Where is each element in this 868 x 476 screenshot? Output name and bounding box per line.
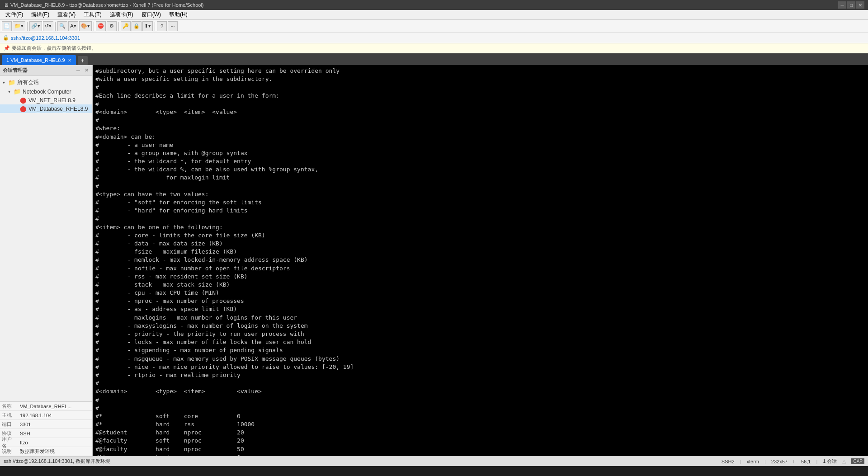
connect-button[interactable]: 🔗▾	[29, 21, 42, 31]
address-text: ssh://ttzo@192.168.1.104:3301	[11, 35, 80, 41]
toolbar-sep-1	[27, 22, 28, 31]
add-tab-button[interactable]: +	[78, 56, 88, 65]
info-row-host: 主机 192.168.1.104	[0, 411, 92, 420]
tab-label: 1 VM_Database_RHEL8.9	[6, 57, 65, 63]
menu-edit[interactable]: 编辑(E)	[28, 10, 53, 19]
status-connection: ssh://ttzo@192.168.1.104:3301, 数据库开发环境	[4, 458, 110, 465]
status-sep-3: Γ	[793, 459, 796, 464]
close-button[interactable]: ✕	[856, 1, 864, 9]
terminal[interactable]: #subdirectory, but a user specific setti…	[93, 65, 868, 456]
info-label-name: 名称	[0, 403, 18, 410]
tree-label-vm-net: VM_NET_RHEL8.9	[28, 97, 75, 104]
title-bar-left: 🖥 VM_Database_RHEL8.9 - ttzo@Database:/h…	[4, 2, 204, 8]
menu-tools[interactable]: 工具(T)	[80, 10, 105, 19]
toolbar-sep-5	[155, 22, 155, 31]
sidebar-minimize-button[interactable]: ─	[75, 67, 81, 74]
info-value-name: VM_Database_RHEL...	[18, 404, 92, 409]
status-protocol: SSH2	[722, 459, 735, 464]
tree-item-vm-db[interactable]: ⬤ VM_Database_RHEL8.9	[0, 104, 92, 113]
tree-arrow-all: ▾	[3, 80, 8, 85]
search-button[interactable]: 🔍	[57, 21, 67, 31]
cap-indicator: CAP	[851, 458, 864, 464]
red-dot-icon-vm-net: ⬤	[20, 97, 27, 104]
extra-button[interactable]: ···	[168, 21, 178, 31]
maximize-button[interactable]: □	[847, 1, 855, 9]
info-row-desc: 说明 数据库开发环境	[0, 447, 92, 456]
window-title: VM_Database_RHEL8.9 - ttzo@Database:/hom…	[10, 2, 204, 8]
tree-item-vm-net[interactable]: ⬤ VM_NET_RHEL8.9	[0, 96, 92, 104]
status-bar: ssh://ttzo@192.168.1.104:3301, 数据库开发环境 S…	[0, 456, 868, 466]
status-cursor: 56,1	[801, 459, 811, 464]
info-value-protocol: SSH	[18, 431, 92, 436]
info-row-port: 端口 3301	[0, 420, 92, 429]
hint-text: 要添加前会话，点击左侧的箭头按钮。	[12, 45, 96, 52]
sidebar: 会话管理器 ─ ✕ ▾ 📁 所有会话 ▾ 📁 Notebook Computer	[0, 65, 93, 456]
color-button[interactable]: 🎨▾	[79, 21, 92, 31]
hint-bar: 📌 要添加前会话，点击左侧的箭头按钮。	[0, 43, 868, 53]
status-sep-2: |	[764, 459, 766, 464]
lock-icon: 🔒	[3, 35, 9, 41]
sidebar-header-controls: ─ ✕	[75, 67, 90, 74]
menu-bar: 文件(F) 编辑(E) 查看(V) 工具(T) 选项卡(B) 窗口(W) 帮助(…	[0, 10, 868, 20]
new-session-button[interactable]: 📄	[2, 21, 12, 31]
title-bar: 🖥 VM_Database_RHEL8.9 - ttzo@Database:/h…	[0, 0, 868, 10]
tab-bar: 1 VM_Database_RHEL8.9 ✕ +	[0, 53, 868, 65]
toolbar-sep-2	[55, 22, 56, 31]
info-value-host: 192.168.1.104	[18, 413, 92, 418]
status-sep-5: △	[842, 458, 846, 464]
info-panel: 名称 VM_Database_RHEL... 主机 192.168.1.104 …	[0, 401, 92, 456]
menu-window[interactable]: 窗口(W)	[138, 10, 165, 19]
terminal-content: #subdirectory, but a user specific setti…	[95, 67, 865, 456]
info-label-port: 端口	[0, 421, 18, 428]
main-area: 会话管理器 ─ ✕ ▾ 📁 所有会话 ▾ 📁 Notebook Computer	[0, 65, 868, 456]
tree-label-notebook: Notebook Computer	[23, 89, 71, 95]
hint-icon: 📌	[4, 45, 10, 51]
status-terminal: xterm	[746, 459, 759, 464]
lock-button[interactable]: 🔒	[132, 21, 142, 31]
folder-icon-notebook: 📁	[14, 88, 21, 95]
menu-view[interactable]: 查看(V)	[54, 10, 79, 19]
active-tab[interactable]: 1 VM_Database_RHEL8.9 ✕	[2, 55, 76, 65]
app-icon: 🖥	[4, 2, 9, 8]
tree-label-vm-db: VM_Database_RHEL8.9	[28, 106, 88, 112]
info-label-host: 主机	[0, 412, 18, 419]
sidebar-header: 会话管理器 ─ ✕	[0, 65, 92, 76]
open-button[interactable]: 📁▾	[13, 21, 25, 31]
stop-button[interactable]: ⛔	[96, 21, 106, 31]
folder-icon-all: 📁	[8, 79, 15, 86]
status-bar-right: SSH2 | xterm | 232x57 Γ 56,1 | 1 会话 △ CA…	[722, 458, 864, 465]
menu-help[interactable]: 帮助(H)	[165, 10, 191, 19]
font-button[interactable]: A▾	[68, 21, 78, 31]
sidebar-title: 会话管理器	[3, 67, 28, 74]
info-row-user: 用户名 ttzo	[0, 438, 92, 447]
sidebar-tree: ▾ 📁 所有会话 ▾ 📁 Notebook Computer ⬤ VM_NET_…	[0, 76, 92, 401]
info-label-user: 用户名	[0, 436, 18, 449]
minimize-button[interactable]: ─	[838, 1, 846, 9]
tree-label-all-sessions: 所有会话	[17, 79, 39, 86]
address-bar: 🔒 ssh://ttzo@192.168.1.104:3301	[0, 33, 868, 43]
status-sep-1: |	[740, 459, 741, 464]
key-button[interactable]: 🔑	[121, 21, 131, 31]
tree-arrow-notebook: ▾	[8, 89, 14, 94]
menu-file[interactable]: 文件(F)	[2, 10, 27, 19]
tree-item-all-sessions[interactable]: ▾ 📁 所有会话	[0, 78, 92, 87]
tab-close-button[interactable]: ✕	[68, 58, 71, 63]
toolbar-sep-4	[118, 22, 119, 31]
info-value-port: 3301	[18, 422, 92, 427]
info-row-name: 名称 VM_Database_RHEL...	[0, 402, 92, 411]
help-button[interactable]: ?	[157, 21, 167, 31]
sidebar-close-button[interactable]: ✕	[83, 67, 90, 74]
red-dot-icon-vm-db: ⬤	[20, 105, 27, 112]
tree-item-notebook[interactable]: ▾ 📁 Notebook Computer	[0, 87, 92, 96]
toolbar: 📄 📁▾ 🔗▾ ↺▾ 🔍 A▾ 🎨▾ ⛔ ⚙ 🔑 🔒 ⬆▾ ? ···	[0, 20, 868, 33]
status-sep-4: |	[816, 459, 817, 464]
toolbar-sep-3	[94, 22, 94, 31]
info-label-desc: 说明	[0, 448, 18, 455]
reconnect-button[interactable]: ↺▾	[43, 21, 53, 31]
upload-button[interactable]: ⬆▾	[142, 21, 153, 31]
settings-button[interactable]: ⚙	[107, 21, 117, 31]
info-value-user: ttzo	[18, 440, 92, 445]
status-sessions: 1 会话	[823, 458, 837, 465]
menu-tabs[interactable]: 选项卡(B)	[106, 10, 137, 19]
title-bar-controls: ─ □ ✕	[838, 1, 864, 9]
